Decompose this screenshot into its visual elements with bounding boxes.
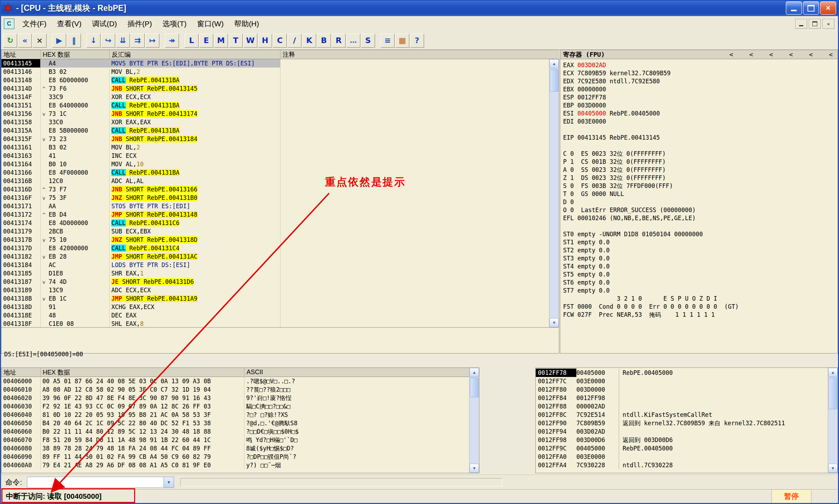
disasm-row[interactable]: 0041316Fv75 3FJNZ SHORT RebPE.004131B0: [1, 194, 549, 202]
dump-row[interactable]: 00406070F8 51 20 59 84 D0 11 1A 48 98 91…: [1, 436, 469, 444]
menu-options[interactable]: 选项(T): [157, 16, 192, 31]
scroll-thumb[interactable]: [828, 378, 837, 409]
dump-row[interactable]: 0040602039 96 0F 22 8D 47 8E F4 8E 3C 90…: [1, 394, 469, 402]
disasm-row[interactable]: 0041316341INC ECX: [1, 152, 549, 160]
scroll-thumb[interactable]: [470, 378, 479, 397]
menu-help[interactable]: 帮助(H): [229, 16, 264, 31]
view-callstack-button[interactable]: K: [302, 34, 316, 48]
execute-till-return-button[interactable]: ↦: [145, 34, 159, 48]
open-button[interactable]: ↻: [3, 34, 17, 48]
view-breakpoints-button[interactable]: B: [317, 34, 331, 48]
disasm-row[interactable]: 0041315AE8 5B000000CALL RebPE.004131BA: [1, 126, 549, 135]
scroll-track[interactable]: [549, 68, 559, 318]
scroll-track[interactable]: [828, 377, 838, 464]
help-button[interactable]: ?: [410, 34, 424, 48]
view-executables-button[interactable]: E: [199, 34, 213, 48]
view-references-button[interactable]: R: [332, 34, 346, 48]
disasm-row[interactable]: 00413156v73 1CJNB SHORT RebPE.00413174: [1, 110, 549, 118]
disasm-row[interactable]: 0041318FC1E0 08SHL EAX,8: [1, 320, 549, 328]
stack-row[interactable]: 0012FF80003D0000: [536, 385, 828, 394]
restart-button[interactable]: «: [18, 34, 32, 48]
view-handles-button[interactable]: H: [258, 34, 272, 48]
mdi-restore-button[interactable]: [809, 19, 821, 29]
stack-row[interactable]: 0012FF8C7C92E514ntdll.KiFastSystemCallRe…: [536, 411, 828, 419]
stack-row[interactable]: 0012FF98003D00D6返回到 003D00D6: [536, 436, 828, 444]
mdi-minimize-button[interactable]: [795, 19, 807, 29]
pause-button[interactable]: ‖: [67, 34, 81, 48]
disasm-row[interactable]: 00413161B3 02MOV BL,2: [1, 143, 549, 152]
stack-row[interactable]: 0012FF9C00405000RebPE.00405000: [536, 444, 828, 453]
view-threads-button[interactable]: T: [229, 34, 243, 48]
disasm-row[interactable]: 00413184ACLODS BYTE PTR DS:[ESI]: [1, 261, 549, 269]
stack-row[interactable]: 0012FFA0003E0000: [536, 453, 828, 461]
dump-row[interactable]: 00406010A8 08 AD 12 C8 58 02 90 05 3F C0…: [1, 385, 469, 394]
minimize-button[interactable]: [786, 1, 802, 15]
disasm-row[interactable]: 00413171AASTOS BYTE PTR ES:[EDI]: [1, 202, 549, 210]
command-combobox[interactable]: ▼: [27, 477, 174, 488]
disasm-row[interactable]: 0041318D91XCHG EAX,ECX: [1, 303, 549, 311]
collapse-chevron-icon[interactable]: <: [749, 51, 753, 58]
disasm-row[interactable]: 0041318BvEB 1CJMP SHORT RebPE.004131A9: [1, 294, 549, 303]
trace-over-button[interactable]: ⇉: [131, 34, 145, 48]
close-button[interactable]: ×: [820, 1, 836, 15]
disasm-row[interactable]: 0041317Bv75 10JNZ SHORT RebPE.0041318D: [1, 236, 549, 244]
disasm-row[interactable]: 0041318913C9ADC ECX,ECX: [1, 286, 549, 294]
step-over-button[interactable]: ↪: [101, 34, 115, 48]
breakpoint-list-button[interactable]: ≡: [381, 34, 395, 48]
stack-row[interactable]: 0012FFA47C930228ntdll.7C930228: [536, 461, 828, 469]
mdi-close-button[interactable]: ×: [823, 19, 834, 29]
step-into-button[interactable]: ↓: [86, 34, 100, 48]
disasm-row[interactable]: 0041314F33C9XOR ECX,ECX: [1, 93, 549, 101]
disasm-row[interactable]: 0041316B12C0ADC AL,AL: [1, 177, 549, 185]
disasm-row[interactable]: 00413185D1E8SHR EAX,1: [1, 269, 549, 278]
stack-row[interactable]: 0012FF7800405000RebPE.00405000: [536, 369, 828, 377]
disasm-row[interactable]: 00413166E8 4F000000CALL RebPE.004131BA: [1, 168, 549, 177]
scroll-thumb[interactable]: [550, 69, 559, 92]
collapse-chevron-icon[interactable]: <: [789, 51, 793, 58]
disasm-row[interactable]: 00413145A4MOVS BYTE PTR ES:[EDI],BYTE PT…: [1, 59, 549, 68]
disasm-row[interactable]: 0041317DE8 42000000CALL RebPE.004131C4: [1, 244, 549, 252]
dump-row[interactable]: 00406060B0 22 11 11 44 80 12 89 5C 12 13…: [1, 427, 469, 436]
scroll-up-button[interactable]: ▲: [470, 368, 479, 377]
trace-into-button[interactable]: ⇊: [116, 34, 130, 48]
scroll-down-button[interactable]: ▼: [828, 464, 838, 473]
menu-view[interactable]: 查看(V): [52, 16, 87, 31]
dump-row[interactable]: 0040600000 A5 01 87 66 24 40 08 5E 03 0C…: [1, 377, 469, 385]
disasm-row[interactable]: 0041318E48DEC EAX: [1, 311, 549, 320]
view-windows-button[interactable]: W: [243, 34, 257, 48]
collapse-chevron-icon[interactable]: <: [769, 51, 773, 58]
disasm-row[interactable]: 0041316D^73 F7JNB SHORT RebPE.00413166: [1, 185, 549, 194]
view-runtrace-button[interactable]: ...: [346, 34, 360, 48]
disasm-row[interactable]: 004131792BCBSUB ECX,EBX: [1, 227, 549, 236]
disasm-row[interactable]: 00413151E8 64000000CALL RebPE.004131BA: [1, 101, 549, 110]
disasm-row[interactable]: 00413182vEB 28JMP SHORT RebPE.004131AC: [1, 252, 549, 261]
disasm-row[interactable]: 0041314D^73 F6JNB SHORT RebPE.00413145: [1, 84, 549, 93]
goto-address-button[interactable]: ↠: [165, 34, 179, 48]
close-program-button[interactable]: ×: [33, 34, 47, 48]
dump-row[interactable]: 0040604081 0D 10 22 20 05 93 19 95 B8 21…: [1, 411, 469, 419]
disasm-row[interactable]: 00413148E8 6D000000CALL RebPE.004131BA: [1, 76, 549, 84]
command-dropdown-button[interactable]: ▼: [164, 477, 174, 488]
stack-row[interactable]: 0012FF94003D02AD: [536, 427, 828, 436]
view-cpu-button[interactable]: C: [273, 34, 287, 48]
dump-row[interactable]: 00406050B4 20 40 64 2C 1C 09 5C 22 80 40…: [1, 419, 469, 427]
appearance-button[interactable]: ▦: [395, 34, 409, 48]
menu-file[interactable]: 文件(F): [17, 16, 52, 31]
collapse-chevron-icon[interactable]: <: [729, 51, 733, 58]
disasm-row[interactable]: 0041315Fv73 23JNB SHORT RebPE.00413184: [1, 135, 549, 143]
dump-scrollbar[interactable]: ▲ ▼: [469, 368, 479, 473]
scroll-up-button[interactable]: ▲: [828, 368, 838, 377]
view-patches-button[interactable]: /: [287, 34, 301, 48]
dump-row[interactable]: 00406030F2 92 1E 43 93 CC 0C 09 07 89 0A…: [1, 402, 469, 411]
maximize-button[interactable]: [803, 1, 819, 15]
menu-window[interactable]: 窗口(W): [192, 16, 229, 31]
disasm-scrollbar[interactable]: ▲ ▼: [549, 59, 559, 327]
dump-row[interactable]: 0040608038 89 78 28 24 79 48 18 FA 24 08…: [1, 444, 469, 453]
disasm-row[interactable]: 00413164B0 10MOV AL,10: [1, 160, 549, 168]
view-source-button[interactable]: S: [361, 34, 375, 48]
stack-row[interactable]: 0012FF88000002AD: [536, 402, 828, 411]
stack-row[interactable]: 0012FF907C809B59返回到 kernel32.7C809B59 来自…: [536, 419, 828, 427]
run-button[interactable]: ▶: [52, 34, 66, 48]
dump-row[interactable]: 004060A079 E4 21 AE A8 29 A6 DF 08 08 A1…: [1, 461, 469, 469]
stack-row[interactable]: 0012FF840012FF98: [536, 394, 828, 402]
